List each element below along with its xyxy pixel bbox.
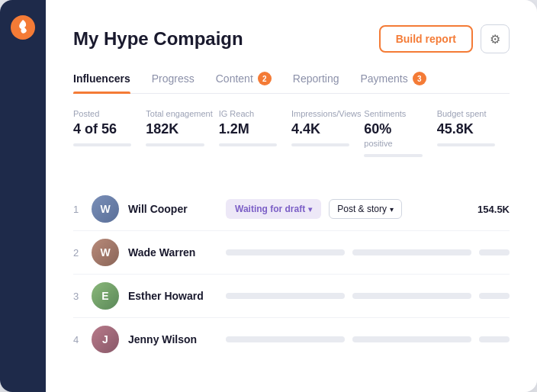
- stat-item: IG Reach 1.2M: [219, 109, 291, 157]
- stat-item: Impressions/Views 4.4K: [291, 109, 364, 157]
- stat-value: 60%: [364, 121, 436, 137]
- gear-icon: ⚙: [490, 32, 500, 47]
- stat-value: 4.4K: [291, 121, 364, 137]
- row-actions: [226, 293, 510, 299]
- tab-label: Content: [216, 72, 253, 85]
- tab-payments[interactable]: Payments 3: [360, 72, 426, 93]
- placeholder-bar: [352, 293, 471, 299]
- stat-bar: [291, 143, 349, 146]
- row-number: 3: [73, 291, 92, 302]
- influencer-name: Will Cooper: [128, 203, 220, 215]
- row-number: 1: [73, 204, 92, 215]
- status-dropdown[interactable]: Waiting for draft ▾: [226, 199, 321, 219]
- table-row: 1 W Will Cooper Waiting for draft ▾ Post…: [73, 188, 510, 231]
- header-row: My Hype Compaign Build report ⚙: [73, 24, 510, 53]
- stat-bar: [364, 154, 422, 157]
- placeholder-bar: [226, 336, 345, 342]
- stat-label: Sentiments: [364, 109, 436, 118]
- stat-label: Total engagement: [146, 109, 218, 118]
- settings-button[interactable]: ⚙: [481, 24, 510, 53]
- tab-label: Payments: [360, 72, 407, 85]
- main-content: My Hype Compaign Build report ⚙ Influenc…: [46, 0, 537, 392]
- table-row: 2 W Wade Warren: [73, 231, 510, 275]
- influencer-name: Jenny Wilson: [128, 333, 220, 345]
- content-badge: 2: [258, 72, 272, 85]
- placeholder-bar: [352, 336, 471, 342]
- placeholder-bar: [352, 249, 471, 255]
- sidebar: [0, 0, 46, 392]
- row-actions: [226, 249, 510, 255]
- placeholder-bar-sm: [479, 293, 510, 299]
- stat-bar: [437, 143, 495, 146]
- tab-label: Progress: [152, 72, 195, 85]
- stats-row: Posted 4 of 56 Total engagement 182K IG …: [73, 109, 510, 169]
- stat-value: 1.2M: [219, 121, 291, 137]
- page-title: My Hype Compaign: [73, 28, 243, 50]
- tab-reporting[interactable]: Reporting: [293, 72, 339, 93]
- table-row: 3 E Esther Howard: [73, 275, 510, 318]
- influencer-name: Esther Howard: [128, 290, 220, 302]
- stat-label: Impressions/Views: [291, 109, 364, 118]
- tab-content[interactable]: Content 2: [216, 72, 272, 93]
- tabs-nav: Influencers Progress Content 2 Reporting…: [73, 72, 510, 94]
- stat-label: Budget spent: [437, 109, 510, 118]
- stat-item: Posted 4 of 56: [73, 109, 146, 157]
- stat-bar: [73, 143, 131, 146]
- placeholder-bar: [226, 249, 345, 255]
- stat-value: 182K: [146, 121, 218, 137]
- row-actions: [226, 336, 510, 342]
- chevron-down-icon: ▾: [390, 205, 394, 214]
- placeholder-bar: [226, 293, 345, 299]
- app-wrapper: My Hype Compaign Build report ⚙ Influenc…: [0, 0, 537, 392]
- stat-value: 4 of 56: [73, 121, 146, 137]
- app-logo: [11, 15, 35, 40]
- type-dropdown[interactable]: Post & story ▾: [329, 199, 402, 219]
- avatar: J: [92, 326, 119, 353]
- build-report-button[interactable]: Build report: [379, 25, 473, 53]
- stat-bar: [219, 143, 277, 146]
- stat-value: 45.8K: [437, 121, 510, 137]
- influencer-name: Wade Warren: [128, 246, 220, 259]
- row-number: 4: [73, 334, 92, 345]
- tab-label: Reporting: [293, 72, 339, 85]
- stat-item: Total engagement 182K: [146, 109, 218, 157]
- avatar: W: [92, 195, 119, 223]
- stat-bar: [146, 143, 204, 146]
- avatar: E: [92, 282, 119, 310]
- tab-influencers[interactable]: Influencers: [73, 72, 130, 93]
- chevron-down-icon: ▾: [308, 205, 312, 214]
- stat-item: Budget spent 45.8K: [437, 109, 510, 157]
- stat-item: Sentiments 60% positive: [364, 109, 436, 157]
- table-row: 4 J Jenny Wilson: [73, 318, 510, 361]
- placeholder-bar-sm: [479, 249, 510, 255]
- row-actions: Waiting for draft ▾ Post & story ▾ 154.5…: [226, 199, 510, 219]
- tab-progress[interactable]: Progress: [152, 72, 195, 93]
- stat-label: IG Reach: [219, 109, 291, 118]
- placeholder-bar-sm: [479, 336, 510, 342]
- header-actions: Build report ⚙: [379, 24, 510, 53]
- influencer-value: 154.5K: [471, 204, 510, 215]
- stat-label: Posted: [73, 109, 146, 118]
- tab-label: Influencers: [73, 72, 130, 85]
- row-number: 2: [73, 247, 92, 259]
- influencer-list: 1 W Will Cooper Waiting for draft ▾ Post…: [73, 188, 510, 361]
- stat-sub: positive: [364, 139, 436, 148]
- avatar: W: [92, 239, 119, 266]
- payments-badge: 3: [413, 72, 426, 85]
